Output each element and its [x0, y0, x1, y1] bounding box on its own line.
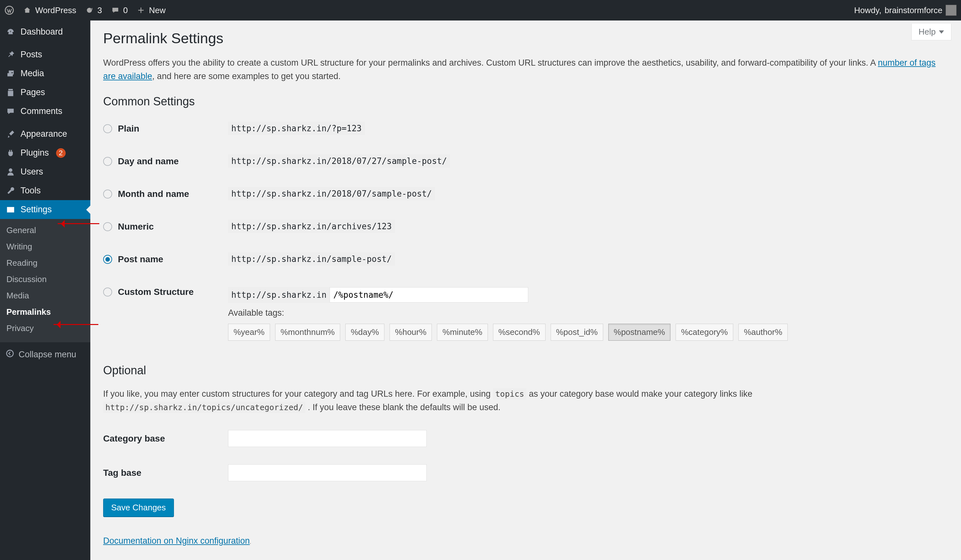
- option-example: http://sp.sharkz.in/2018/07/sample-post/: [228, 187, 435, 201]
- optional-intro: If you like, you may enter custom struct…: [103, 387, 948, 414]
- tag-base-label: Tag base: [103, 468, 228, 478]
- submenu-reading[interactable]: Reading: [0, 255, 90, 271]
- custom-structure-input[interactable]: [329, 287, 528, 303]
- sidebar-item-comments[interactable]: Comments: [0, 102, 90, 121]
- sidebar-item-settings[interactable]: Settings: [0, 200, 90, 219]
- category-base-label: Category base: [103, 433, 228, 444]
- radio-post-name[interactable]: [103, 255, 112, 264]
- home-icon: [22, 5, 32, 15]
- plugins-update-badge: 2: [56, 148, 66, 158]
- sidebar-item-label: Dashboard: [21, 27, 63, 37]
- comments-link[interactable]: 0: [111, 5, 128, 15]
- option-label: Day and name: [118, 156, 179, 167]
- category-base-row: Category base: [103, 430, 948, 447]
- radio-plain[interactable]: [103, 124, 112, 133]
- sidebar-item-label: Pages: [21, 87, 45, 97]
- category-base-input[interactable]: [228, 430, 427, 447]
- tag-hour[interactable]: %hour%: [389, 324, 432, 341]
- howdy-prefix: Howdy,: [854, 5, 882, 15]
- radio-day-name[interactable]: [103, 157, 112, 166]
- submenu-permalinks[interactable]: Permalinks: [0, 304, 90, 320]
- available-tags: %year% %monthnum% %day% %hour% %minute% …: [228, 324, 948, 341]
- new-link[interactable]: New: [136, 5, 166, 15]
- account-link[interactable]: Howdy, brainstormforce: [854, 5, 956, 16]
- radio-month-name[interactable]: [103, 189, 112, 199]
- nginx-doc-link[interactable]: Documentation on Nginx configuration: [103, 536, 250, 546]
- option-label: Custom Structure: [118, 287, 193, 297]
- comment-icon: [111, 5, 120, 15]
- page-title: Permalink Settings: [103, 30, 948, 47]
- sidebar-item-label: Plugins: [21, 148, 49, 158]
- collapse-menu[interactable]: Collapse menu: [0, 342, 90, 367]
- site-name: WordPress: [35, 5, 76, 15]
- available-tags-label: Available tags:: [228, 308, 948, 318]
- help-tab[interactable]: Help: [911, 24, 951, 40]
- permalink-option-day-name: Day and name http://sp.sharkz.in/2018/07…: [103, 151, 948, 172]
- custom-prefix: http://sp.sharkz.in: [228, 287, 329, 303]
- user-icon: [6, 167, 15, 177]
- updates-count: 3: [97, 5, 102, 15]
- option-example: http://sp.sharkz.in/?p=123: [228, 122, 365, 135]
- submenu-media[interactable]: Media: [0, 287, 90, 304]
- radio-custom[interactable]: [103, 287, 112, 297]
- tag-base-input[interactable]: [228, 464, 427, 481]
- submenu-writing[interactable]: Writing: [0, 239, 90, 255]
- sidebar-item-tools[interactable]: Tools: [0, 181, 90, 200]
- plugin-icon: [6, 148, 15, 158]
- site-link[interactable]: WordPress: [22, 5, 76, 15]
- option-example: http://sp.sharkz.in/2018/07/27/sample-po…: [228, 154, 450, 168]
- sidebar-item-plugins[interactable]: Plugins 2: [0, 143, 90, 162]
- refresh-icon: [85, 5, 94, 15]
- tag-post-id[interactable]: %post_id%: [551, 324, 603, 341]
- submenu-privacy[interactable]: Privacy: [0, 320, 90, 337]
- tag-day[interactable]: %day%: [346, 324, 384, 341]
- common-settings-heading: Common Settings: [103, 95, 948, 108]
- intro-text: , and here are some examples to get you …: [152, 71, 341, 81]
- tag-postname[interactable]: %postname%: [608, 324, 670, 341]
- sidebar-item-label: Posts: [21, 50, 42, 59]
- wordpress-icon: [5, 5, 14, 15]
- brush-icon: [6, 129, 15, 139]
- plus-icon: [136, 5, 146, 15]
- intro-paragraph: WordPress offers you the ability to crea…: [103, 56, 942, 83]
- tag-category[interactable]: %category%: [676, 324, 733, 341]
- admin-sidebar: Dashboard Posts Media Pages Comments: [0, 21, 90, 560]
- collapse-label: Collapse menu: [19, 350, 76, 359]
- sidebar-item-label: Users: [21, 167, 43, 177]
- sidebar-item-pages[interactable]: Pages: [0, 83, 90, 102]
- page-icon: [6, 88, 15, 97]
- settings-icon: [6, 205, 15, 215]
- option-example: http://sp.sharkz.in/archives/123: [228, 220, 395, 233]
- option-label: Numeric: [118, 221, 154, 232]
- save-changes-button[interactable]: Save Changes: [103, 499, 174, 517]
- tag-year[interactable]: %year%: [228, 324, 270, 341]
- tag-author[interactable]: %author%: [738, 324, 788, 341]
- submenu-general[interactable]: General: [0, 222, 90, 239]
- option-example: http://sp.sharkz.in/sample-post/: [228, 252, 395, 266]
- wp-logo[interactable]: [5, 5, 14, 15]
- avatar: [946, 5, 956, 16]
- comment-icon: [6, 107, 15, 116]
- wrench-icon: [6, 186, 15, 196]
- permalink-option-plain: Plain http://sp.sharkz.in/?p=123: [103, 119, 948, 139]
- sidebar-item-appearance[interactable]: Appearance: [0, 125, 90, 143]
- updates-link[interactable]: 3: [85, 5, 102, 15]
- sidebar-item-dashboard[interactable]: Dashboard: [0, 22, 90, 41]
- tag-second[interactable]: %second%: [493, 324, 546, 341]
- sidebar-item-users[interactable]: Users: [0, 162, 90, 181]
- inline-code: topics: [493, 388, 526, 400]
- tag-monthnum[interactable]: %monthnum%: [275, 324, 340, 341]
- svg-point-1: [7, 350, 13, 357]
- submenu-discussion[interactable]: Discussion: [0, 271, 90, 287]
- tag-minute[interactable]: %minute%: [437, 324, 487, 341]
- new-label: New: [149, 5, 166, 15]
- sidebar-item-posts[interactable]: Posts: [0, 45, 90, 64]
- permalink-option-numeric: Numeric http://sp.sharkz.in/archives/123: [103, 217, 948, 237]
- permalink-option-post-name: Post name http://sp.sharkz.in/sample-pos…: [103, 249, 948, 270]
- comments-count: 0: [123, 5, 128, 15]
- option-label: Post name: [118, 254, 163, 265]
- sidebar-item-media[interactable]: Media: [0, 64, 90, 83]
- radio-numeric[interactable]: [103, 222, 112, 231]
- dashboard-icon: [6, 27, 15, 37]
- inline-code: http://sp.sharkz.in/topics/uncategorized…: [103, 402, 305, 413]
